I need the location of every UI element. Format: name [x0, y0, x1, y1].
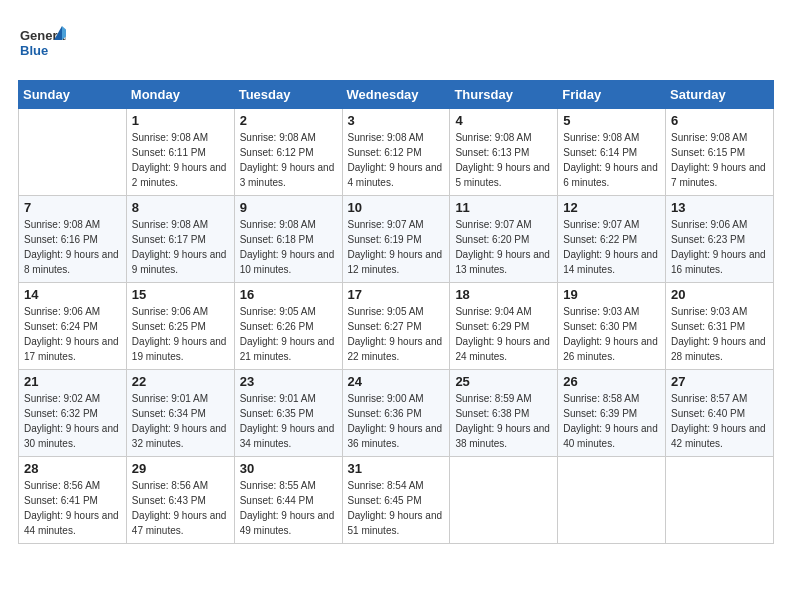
day-info: Sunrise: 9:02 AMSunset: 6:32 PMDaylight:… — [24, 391, 121, 451]
calendar-day-cell: 21Sunrise: 9:02 AMSunset: 6:32 PMDayligh… — [19, 370, 127, 457]
day-info: Sunrise: 9:00 AMSunset: 6:36 PMDaylight:… — [348, 391, 445, 451]
calendar-day-cell: 10Sunrise: 9:07 AMSunset: 6:19 PMDayligh… — [342, 196, 450, 283]
calendar-day-cell: 24Sunrise: 9:00 AMSunset: 6:36 PMDayligh… — [342, 370, 450, 457]
day-number: 9 — [240, 200, 337, 215]
day-number: 29 — [132, 461, 229, 476]
calendar-day-cell: 30Sunrise: 8:55 AMSunset: 6:44 PMDayligh… — [234, 457, 342, 544]
calendar-week-row: 1Sunrise: 9:08 AMSunset: 6:11 PMDaylight… — [19, 109, 774, 196]
calendar-day-cell: 14Sunrise: 9:06 AMSunset: 6:24 PMDayligh… — [19, 283, 127, 370]
day-number: 25 — [455, 374, 552, 389]
page: General Blue SundayMondayTuesdayWednesda… — [0, 0, 792, 612]
weekday-header: Friday — [558, 81, 666, 109]
svg-text:Blue: Blue — [20, 43, 48, 58]
day-info: Sunrise: 8:55 AMSunset: 6:44 PMDaylight:… — [240, 478, 337, 538]
day-number: 27 — [671, 374, 768, 389]
weekday-header: Saturday — [666, 81, 774, 109]
calendar-day-cell: 22Sunrise: 9:01 AMSunset: 6:34 PMDayligh… — [126, 370, 234, 457]
day-number: 18 — [455, 287, 552, 302]
day-info: Sunrise: 9:05 AMSunset: 6:27 PMDaylight:… — [348, 304, 445, 364]
day-number: 20 — [671, 287, 768, 302]
day-info: Sunrise: 9:08 AMSunset: 6:13 PMDaylight:… — [455, 130, 552, 190]
logo-icon: General Blue — [18, 18, 66, 66]
day-info: Sunrise: 9:04 AMSunset: 6:29 PMDaylight:… — [455, 304, 552, 364]
day-number: 22 — [132, 374, 229, 389]
day-number: 7 — [24, 200, 121, 215]
day-number: 1 — [132, 113, 229, 128]
day-number: 3 — [348, 113, 445, 128]
day-info: Sunrise: 8:59 AMSunset: 6:38 PMDaylight:… — [455, 391, 552, 451]
weekday-header: Monday — [126, 81, 234, 109]
day-info: Sunrise: 9:07 AMSunset: 6:22 PMDaylight:… — [563, 217, 660, 277]
calendar-day-cell: 27Sunrise: 8:57 AMSunset: 6:40 PMDayligh… — [666, 370, 774, 457]
weekday-header: Wednesday — [342, 81, 450, 109]
day-number: 15 — [132, 287, 229, 302]
day-number: 8 — [132, 200, 229, 215]
calendar-day-cell: 17Sunrise: 9:05 AMSunset: 6:27 PMDayligh… — [342, 283, 450, 370]
day-info: Sunrise: 9:06 AMSunset: 6:25 PMDaylight:… — [132, 304, 229, 364]
calendar-day-cell: 28Sunrise: 8:56 AMSunset: 6:41 PMDayligh… — [19, 457, 127, 544]
day-info: Sunrise: 9:07 AMSunset: 6:20 PMDaylight:… — [455, 217, 552, 277]
day-info: Sunrise: 9:08 AMSunset: 6:15 PMDaylight:… — [671, 130, 768, 190]
calendar-day-cell — [558, 457, 666, 544]
day-info: Sunrise: 9:06 AMSunset: 6:24 PMDaylight:… — [24, 304, 121, 364]
day-number: 5 — [563, 113, 660, 128]
calendar-day-cell: 23Sunrise: 9:01 AMSunset: 6:35 PMDayligh… — [234, 370, 342, 457]
calendar-day-cell: 1Sunrise: 9:08 AMSunset: 6:11 PMDaylight… — [126, 109, 234, 196]
calendar-day-cell: 31Sunrise: 8:54 AMSunset: 6:45 PMDayligh… — [342, 457, 450, 544]
day-info: Sunrise: 9:08 AMSunset: 6:18 PMDaylight:… — [240, 217, 337, 277]
day-number: 16 — [240, 287, 337, 302]
calendar-day-cell: 16Sunrise: 9:05 AMSunset: 6:26 PMDayligh… — [234, 283, 342, 370]
header: General Blue — [18, 18, 774, 70]
calendar-day-cell — [666, 457, 774, 544]
weekday-header: Sunday — [19, 81, 127, 109]
calendar-day-cell: 6Sunrise: 9:08 AMSunset: 6:15 PMDaylight… — [666, 109, 774, 196]
day-info: Sunrise: 9:08 AMSunset: 6:16 PMDaylight:… — [24, 217, 121, 277]
day-info: Sunrise: 8:54 AMSunset: 6:45 PMDaylight:… — [348, 478, 445, 538]
day-number: 26 — [563, 374, 660, 389]
calendar-day-cell: 13Sunrise: 9:06 AMSunset: 6:23 PMDayligh… — [666, 196, 774, 283]
calendar-week-row: 14Sunrise: 9:06 AMSunset: 6:24 PMDayligh… — [19, 283, 774, 370]
day-number: 21 — [24, 374, 121, 389]
day-number: 11 — [455, 200, 552, 215]
day-number: 10 — [348, 200, 445, 215]
day-number: 23 — [240, 374, 337, 389]
day-info: Sunrise: 9:08 AMSunset: 6:12 PMDaylight:… — [348, 130, 445, 190]
calendar-day-cell: 8Sunrise: 9:08 AMSunset: 6:17 PMDaylight… — [126, 196, 234, 283]
calendar-day-cell: 29Sunrise: 8:56 AMSunset: 6:43 PMDayligh… — [126, 457, 234, 544]
day-info: Sunrise: 8:58 AMSunset: 6:39 PMDaylight:… — [563, 391, 660, 451]
day-info: Sunrise: 9:08 AMSunset: 6:17 PMDaylight:… — [132, 217, 229, 277]
calendar-day-cell: 25Sunrise: 8:59 AMSunset: 6:38 PMDayligh… — [450, 370, 558, 457]
calendar-day-cell: 11Sunrise: 9:07 AMSunset: 6:20 PMDayligh… — [450, 196, 558, 283]
day-number: 2 — [240, 113, 337, 128]
day-number: 28 — [24, 461, 121, 476]
day-number: 6 — [671, 113, 768, 128]
day-info: Sunrise: 9:01 AMSunset: 6:35 PMDaylight:… — [240, 391, 337, 451]
day-info: Sunrise: 9:01 AMSunset: 6:34 PMDaylight:… — [132, 391, 229, 451]
calendar-day-cell: 5Sunrise: 9:08 AMSunset: 6:14 PMDaylight… — [558, 109, 666, 196]
day-info: Sunrise: 9:03 AMSunset: 6:31 PMDaylight:… — [671, 304, 768, 364]
day-number: 31 — [348, 461, 445, 476]
day-info: Sunrise: 9:08 AMSunset: 6:11 PMDaylight:… — [132, 130, 229, 190]
day-number: 19 — [563, 287, 660, 302]
calendar-day-cell: 2Sunrise: 9:08 AMSunset: 6:12 PMDaylight… — [234, 109, 342, 196]
calendar-day-cell — [450, 457, 558, 544]
weekday-header: Tuesday — [234, 81, 342, 109]
calendar-day-cell: 19Sunrise: 9:03 AMSunset: 6:30 PMDayligh… — [558, 283, 666, 370]
calendar-table: SundayMondayTuesdayWednesdayThursdayFrid… — [18, 80, 774, 544]
calendar-week-row: 7Sunrise: 9:08 AMSunset: 6:16 PMDaylight… — [19, 196, 774, 283]
calendar-day-cell: 20Sunrise: 9:03 AMSunset: 6:31 PMDayligh… — [666, 283, 774, 370]
calendar-week-row: 21Sunrise: 9:02 AMSunset: 6:32 PMDayligh… — [19, 370, 774, 457]
day-info: Sunrise: 9:05 AMSunset: 6:26 PMDaylight:… — [240, 304, 337, 364]
calendar-day-cell — [19, 109, 127, 196]
day-number: 13 — [671, 200, 768, 215]
calendar-day-cell: 12Sunrise: 9:07 AMSunset: 6:22 PMDayligh… — [558, 196, 666, 283]
day-info: Sunrise: 9:08 AMSunset: 6:12 PMDaylight:… — [240, 130, 337, 190]
day-number: 30 — [240, 461, 337, 476]
calendar-day-cell: 9Sunrise: 9:08 AMSunset: 6:18 PMDaylight… — [234, 196, 342, 283]
day-number: 12 — [563, 200, 660, 215]
day-info: Sunrise: 8:56 AMSunset: 6:43 PMDaylight:… — [132, 478, 229, 538]
day-number: 14 — [24, 287, 121, 302]
day-info: Sunrise: 9:08 AMSunset: 6:14 PMDaylight:… — [563, 130, 660, 190]
day-number: 24 — [348, 374, 445, 389]
calendar-day-cell: 26Sunrise: 8:58 AMSunset: 6:39 PMDayligh… — [558, 370, 666, 457]
